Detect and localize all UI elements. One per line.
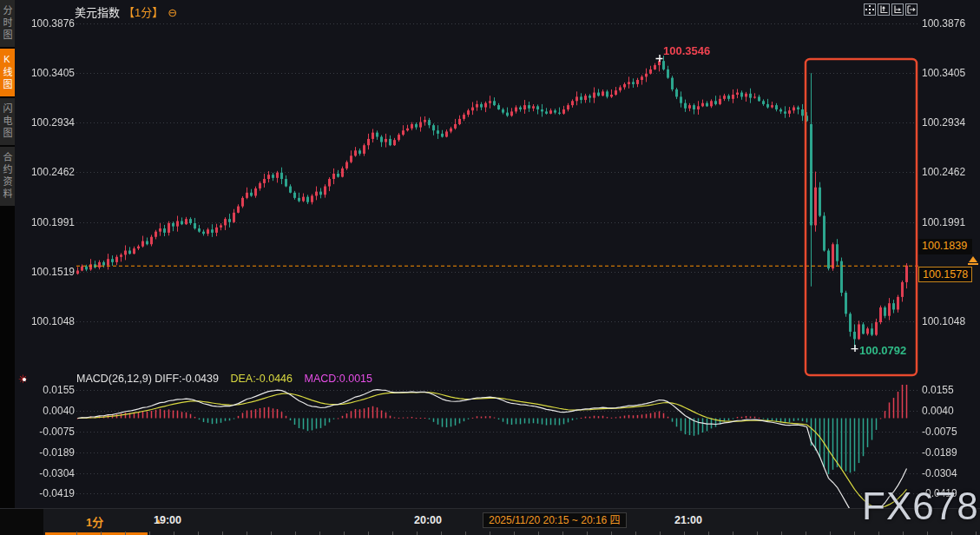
- macd-axis-label: -0.0075: [922, 426, 957, 438]
- macd-axis-label: -0.0419: [39, 487, 75, 499]
- price-axis-label: 100.3876: [31, 17, 75, 30]
- price-axis-label: 100.2462: [922, 166, 965, 178]
- y-axis-zoom-icon[interactable]: [878, 3, 890, 16]
- macd-axis-label: -0.0189: [922, 446, 957, 459]
- price-axis-label: 100.3405: [31, 67, 75, 79]
- chart-toolbar: [864, 3, 918, 16]
- x-axis-zoom-icon[interactable]: [891, 3, 904, 16]
- macd-axis-label: -0.0075: [39, 426, 75, 438]
- watermark: FX678: [862, 485, 979, 528]
- sidebar-tab-lightning[interactable]: 闪电图: [0, 98, 15, 145]
- macd-axis-label: -0.0189: [39, 446, 75, 459]
- price-axis-label: 100.3405: [922, 67, 965, 79]
- macd-axis-label: 0.0040: [43, 405, 75, 417]
- sidebar-tab-kline[interactable]: K线图: [0, 49, 15, 96]
- symbol-name: 美元指数: [75, 6, 120, 19]
- price-axis-label: 100.1519: [31, 266, 75, 278]
- time-axis-label: 20:00: [414, 514, 442, 526]
- last-price-badge: 100.1578: [918, 267, 972, 282]
- price-axis-label: 100.2934: [31, 116, 75, 129]
- macd-axis-label: 0.0155: [922, 384, 954, 396]
- price-axis-label: 100.1991: [922, 216, 965, 228]
- price-axis-label: 100.1048: [31, 315, 75, 327]
- price-axis-label: 100.1991: [31, 216, 75, 228]
- sidebar: 分时图 K线图 闪电图 合约资料: [0, 0, 15, 535]
- chart-title: 美元指数【1分】⊖: [75, 3, 177, 20]
- price-axis-label: 100.2934: [922, 116, 965, 129]
- macd-value: MACD:0.0015: [305, 373, 373, 385]
- macd-axis-label: 0.0155: [43, 384, 75, 396]
- macd-params-diff-value: MACD(26,12,9) DIFF:-0.0439: [76, 373, 219, 385]
- timeframe-label: 【1分】: [123, 6, 163, 19]
- date-range-label: 2025/11/20 20:15 ~ 20:16 四: [483, 512, 627, 528]
- sidebar-tab-contract-info[interactable]: 合约资料: [0, 147, 15, 206]
- bottom-bar-corner: [0, 509, 43, 535]
- sidebar-tab-timeline[interactable]: 分时图: [0, 0, 15, 47]
- price-axis-label: 100.3876: [922, 17, 965, 30]
- time-axis-ruler[interactable]: [76, 532, 980, 535]
- time-axis-label: 21:00: [674, 514, 702, 526]
- pan-right-icon[interactable]: [905, 3, 918, 16]
- time-axis-label: 19:00: [154, 514, 181, 526]
- price-axis-left: 100.3876100.3405100.2934100.2462100.1991…: [26, 0, 75, 512]
- indicator-settings-icon[interactable]: [18, 373, 30, 386]
- macd-header: MACD(26,12,9) DIFF:-0.0439 DEA:-0.0446 M…: [76, 373, 372, 385]
- session-low-label: 100.0792: [859, 344, 906, 357]
- ref-price-badge: 100.1839: [918, 239, 972, 254]
- dea-value: DEA:-0.0446: [230, 373, 293, 385]
- price-axis-label: 100.1048: [922, 315, 965, 327]
- macd-axis-label: -0.0304: [39, 467, 75, 479]
- zoom-out-icon[interactable]: ⊖: [168, 6, 177, 19]
- bottom-bar: 1分 ▲ 19:0020:0021:00 2025/11/20 20:15 ~ …: [0, 508, 980, 535]
- session-high-label: 100.3546: [663, 44, 710, 57]
- candlestick-chart[interactable]: [0, 0, 980, 535]
- timeframe-button[interactable]: 1分: [86, 513, 103, 530]
- price-axis-label: 100.2462: [31, 166, 75, 178]
- crosshair-icon[interactable]: [864, 3, 876, 16]
- price-direction-icon: [968, 256, 978, 265]
- macd-axis-label: -0.0304: [922, 467, 957, 479]
- macd-axis-label: 0.0040: [922, 405, 954, 417]
